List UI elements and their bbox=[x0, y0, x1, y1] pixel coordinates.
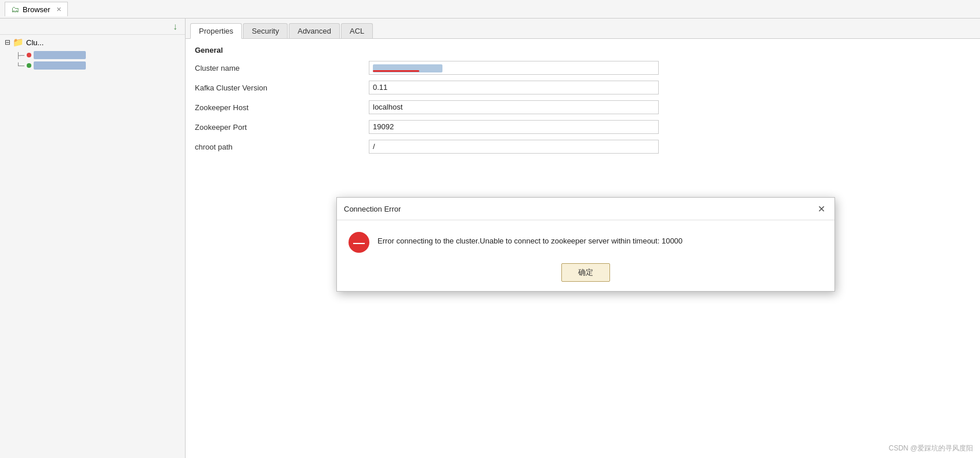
field-label-kafka-version: Kafka Cluster Version bbox=[195, 83, 369, 92]
field-value-zk-host[interactable]: localhost bbox=[369, 100, 659, 114]
red-underline-decoration bbox=[373, 70, 419, 72]
browser-tab-label: Browser bbox=[23, 5, 50, 14]
browser-icon: 🗂 bbox=[11, 5, 19, 14]
tree-child-item-1[interactable]: ├─ bbox=[12, 50, 185, 60]
field-label-zk-host: Zookeeper Host bbox=[195, 103, 369, 112]
tree-child-item-2[interactable]: └─ bbox=[12, 60, 185, 71]
dialog-body: Error connecting to the cluster.Unable t… bbox=[337, 220, 834, 291]
title-bar: 🗂 Browser ✕ bbox=[0, 0, 980, 19]
field-row-zk-host: Zookeeper Host localhost bbox=[195, 100, 971, 115]
connection-error-dialog[interactable]: Connection Error ✕ Error connecting to t… bbox=[336, 197, 835, 292]
sidebar-toolbar: ↓ bbox=[0, 19, 185, 35]
dialog-ok-button[interactable]: 确定 bbox=[561, 263, 610, 282]
folder-icon: 📁 bbox=[13, 37, 24, 48]
dialog-title: Connection Error bbox=[344, 205, 401, 213]
blurred-label-2 bbox=[34, 61, 86, 70]
dialog-message: Error connecting to the cluster.Unable t… bbox=[378, 232, 683, 245]
field-value-chroot[interactable]: / bbox=[369, 140, 659, 154]
field-row-cluster-name: Cluster name bbox=[195, 60, 971, 75]
field-label-chroot: chroot path bbox=[195, 143, 369, 151]
watermark: CSDN @爱踩坑的寻风度阳 bbox=[888, 444, 973, 453]
tree-root-item[interactable]: ⊟ 📁 Clu... bbox=[0, 35, 185, 50]
tab-acl[interactable]: ACL bbox=[341, 23, 373, 38]
field-label-zk-port: Zookeeper Port bbox=[195, 123, 369, 132]
refresh-button[interactable]: ↓ bbox=[169, 20, 182, 33]
dialog-message-row: Error connecting to the cluster.Unable t… bbox=[349, 232, 823, 253]
section-title: General bbox=[195, 46, 971, 54]
status-dot-red bbox=[27, 53, 31, 57]
browser-tab[interactable]: 🗂 Browser ✕ bbox=[5, 2, 68, 16]
blurred-label-1 bbox=[34, 51, 86, 59]
field-value-cluster-name[interactable] bbox=[369, 61, 659, 75]
field-row-kafka-version: Kafka Cluster Version 0.11 bbox=[195, 80, 971, 95]
field-row-zk-port: Zookeeper Port 19092 bbox=[195, 119, 971, 135]
tree-root-label: Clu... bbox=[26, 38, 43, 47]
tab-security[interactable]: Security bbox=[243, 23, 288, 38]
sidebar: ↓ ⊟ 📁 Clu... ├─ └─ bbox=[0, 19, 186, 458]
field-value-kafka-version[interactable]: 0.11 bbox=[369, 81, 659, 94]
dialog-close-button[interactable]: ✕ bbox=[815, 202, 827, 215]
field-label-cluster-name: Cluster name bbox=[195, 64, 369, 72]
error-icon bbox=[349, 232, 369, 253]
field-row-chroot: chroot path / bbox=[195, 139, 971, 154]
status-dot-green bbox=[27, 63, 31, 68]
tab-advanced[interactable]: Advanced bbox=[289, 23, 340, 38]
tab-properties[interactable]: Properties bbox=[190, 23, 242, 39]
tabs-bar: Properties Security Advanced ACL bbox=[186, 19, 980, 39]
dialog-titlebar: Connection Error ✕ bbox=[337, 198, 834, 220]
field-value-zk-port[interactable]: 19092 bbox=[369, 120, 659, 134]
browser-tab-close[interactable]: ✕ bbox=[56, 6, 61, 13]
tree-children: ├─ └─ bbox=[0, 50, 185, 71]
tree-collapse-icon[interactable]: ⊟ bbox=[5, 38, 10, 46]
